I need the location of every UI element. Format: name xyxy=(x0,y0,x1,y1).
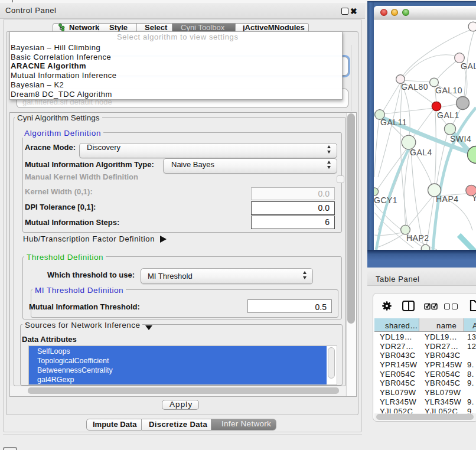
svg-text:GCY1: GCY1 xyxy=(374,195,397,205)
svg-text:SWI4: SWI4 xyxy=(450,134,471,144)
svg-text:GAL1: GAL1 xyxy=(437,110,459,120)
svg-text:GAL2: GAL2 xyxy=(461,61,476,71)
svg-text:GAL10: GAL10 xyxy=(435,86,462,95)
svg-text:Y: Y xyxy=(472,193,476,203)
svg-text:GAL4: GAL4 xyxy=(410,148,432,157)
svg-text:HAP2: HAP2 xyxy=(406,233,429,243)
svg-text:GAL11: GAL11 xyxy=(380,118,407,127)
svg-text:GAL80: GAL80 xyxy=(401,82,428,92)
svg-text:HAP4: HAP4 xyxy=(436,194,459,204)
